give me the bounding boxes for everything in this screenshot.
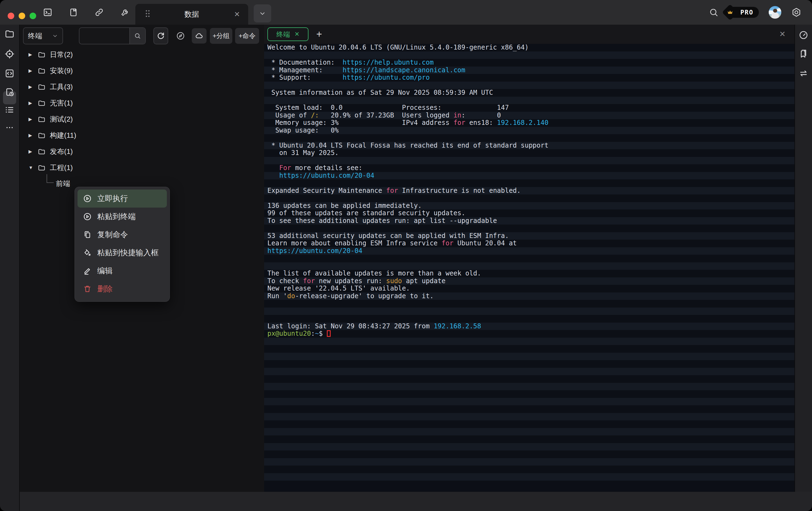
- settings-button[interactable]: [791, 7, 802, 18]
- chevron-down-icon: [259, 10, 266, 17]
- menu-item-4[interactable]: 编辑: [78, 262, 167, 280]
- terminal-tab-close-icon[interactable]: ✕: [294, 31, 299, 38]
- search-submit-button[interactable]: [129, 28, 145, 44]
- close-terminal-panel-button[interactable]: ✕: [776, 28, 788, 40]
- workspace-tab-close-icon[interactable]: ✕: [234, 11, 240, 18]
- minimize-window-button[interactable]: [19, 12, 25, 19]
- type-select[interactable]: 终端: [23, 27, 63, 44]
- terminal-line: [264, 473, 794, 481]
- terminal-line: [264, 450, 794, 458]
- add-group-button[interactable]: +分组: [210, 28, 232, 44]
- tree-item-label: 工程(1): [50, 163, 73, 173]
- terminal-line: 136 updates can be applied immediately.: [264, 202, 794, 210]
- link-button[interactable]: [94, 7, 104, 17]
- terminal-line: [264, 224, 794, 232]
- caret-right-icon[interactable]: ▶: [28, 68, 33, 74]
- tree-item[interactable]: ▶ 无害(1): [20, 95, 264, 111]
- tree-item[interactable]: ▼ 工程(1): [20, 160, 264, 176]
- search-icon: [709, 8, 718, 17]
- tree-item[interactable]: ▶ 工具(3): [20, 79, 264, 95]
- activity-item-folder[interactable]: [0, 29, 19, 39]
- cloud-sync-button[interactable]: [192, 28, 207, 43]
- tree-item-label: 安装(9): [50, 66, 73, 76]
- terminal-cursor: [327, 330, 331, 337]
- terminal-line: [264, 194, 794, 202]
- terminal-tab[interactable]: 终端 ✕: [267, 27, 309, 41]
- discover-button[interactable]: [173, 27, 188, 44]
- wrench-button[interactable]: [120, 7, 130, 17]
- terminal-line: [264, 383, 794, 391]
- activity-item-more[interactable]: [0, 123, 19, 132]
- activity-item-list[interactable]: [0, 105, 19, 115]
- activity-item-history[interactable]: [0, 87, 19, 97]
- terminal-line: [264, 398, 794, 405]
- terminal-line: https://ubuntu.com/20-04: [264, 247, 794, 255]
- terminal-line: [264, 338, 794, 345]
- folder-icon: [38, 148, 46, 155]
- play-circle-icon: [83, 212, 92, 221]
- activity-item-code[interactable]: [0, 68, 19, 78]
- zoom-window-button[interactable]: [30, 12, 36, 19]
- caret-down-icon[interactable]: ▼: [28, 165, 33, 171]
- right-bar-item-bookmark[interactable]: [795, 49, 812, 59]
- terminal-line: https://ubuntu.com/20-04: [264, 172, 794, 180]
- terminal-line: [264, 307, 794, 315]
- edit-icon: [83, 266, 92, 275]
- search-input[interactable]: [80, 28, 129, 44]
- tree-item[interactable]: ▶ 测试(2): [20, 111, 264, 127]
- add-command-button[interactable]: +命令: [235, 28, 259, 44]
- play-circle-icon: [83, 194, 92, 203]
- workspace-tab[interactable]: 数据 ✕: [135, 4, 248, 25]
- search-box: [79, 27, 146, 44]
- menu-item-3[interactable]: 粘贴到快捷输入框: [78, 244, 167, 262]
- refresh-button[interactable]: [153, 27, 168, 44]
- user-avatar[interactable]: [769, 6, 781, 19]
- close-window-button[interactable]: [8, 12, 14, 19]
- command-tree: ▶ 日常(2) ▶ 安装(9) ▶ 工具(3) ▶ 无害(1) ▶ 测试(2) …: [20, 47, 264, 191]
- terminal-screen[interactable]: Welcome to Ubuntu 20.04.6 LTS (GNU/Linux…: [264, 44, 794, 492]
- caret-right-icon[interactable]: ▶: [28, 132, 33, 138]
- caret-right-icon[interactable]: ▶: [28, 116, 33, 122]
- tree-item[interactable]: ▶ 安装(9): [20, 63, 264, 79]
- tree-item[interactable]: ▶ 发布(1): [20, 144, 264, 160]
- tree-child-label: 前端: [56, 179, 70, 188]
- right-bar-item-swap[interactable]: [795, 68, 812, 78]
- tree-item-label: 测试(2): [50, 115, 73, 124]
- caret-right-icon[interactable]: ▶: [28, 52, 33, 58]
- terminal-line: [264, 458, 794, 466]
- tree-item-label: 构建(11): [50, 131, 76, 140]
- menu-item-5[interactable]: 删除: [78, 280, 167, 298]
- menu-item-2[interactable]: 复制命令: [78, 226, 167, 244]
- avatar-figure: [772, 12, 779, 19]
- terminal-line: * Ubuntu 20.04 LTS Focal Fossa has reach…: [264, 142, 794, 150]
- menu-item-0[interactable]: 立即执行: [78, 189, 167, 208]
- status-bar: [20, 492, 812, 511]
- notebook-button[interactable]: [68, 7, 78, 17]
- menu-item-1[interactable]: 粘贴到终端: [78, 208, 167, 226]
- caret-right-icon[interactable]: ▶: [28, 149, 33, 154]
- activity-item-target[interactable]: [0, 49, 19, 59]
- terminal-line: Swap usage: 0%: [264, 127, 794, 134]
- terminal-line: * Management: https://landscape.canonica…: [264, 66, 794, 74]
- terminal-line: on 31 May 2025.: [264, 149, 794, 157]
- pro-badge[interactable]: PRO: [728, 6, 759, 18]
- terminal-line: To see these additional updates run: apt…: [264, 217, 794, 225]
- search-icon: [134, 32, 141, 39]
- new-terminal-tab-button[interactable]: +: [312, 27, 326, 41]
- tab-drag-handle-icon[interactable]: [146, 10, 150, 18]
- tab-list-dropdown-button[interactable]: [254, 4, 271, 23]
- terminal-line: Usage of /: 20.9% of 37.23GB Users logge…: [264, 112, 794, 119]
- terminal-line: [264, 255, 794, 262]
- tree-item[interactable]: ▶ 日常(2): [20, 47, 264, 63]
- folder-icon: [38, 67, 46, 75]
- wrench-icon: [120, 8, 129, 17]
- terminal-line: [264, 179, 794, 187]
- terminal-line: New release '22.04.5 LTS' available.: [264, 285, 794, 293]
- caret-right-icon[interactable]: ▶: [28, 84, 33, 90]
- search-button[interactable]: [709, 8, 718, 17]
- caret-right-icon[interactable]: ▶: [28, 100, 33, 106]
- folder-icon: [38, 83, 46, 91]
- right-bar-item-gauge[interactable]: [795, 30, 812, 40]
- tree-item[interactable]: ▶ 构建(11): [20, 127, 264, 144]
- terminal-button[interactable]: [43, 7, 53, 17]
